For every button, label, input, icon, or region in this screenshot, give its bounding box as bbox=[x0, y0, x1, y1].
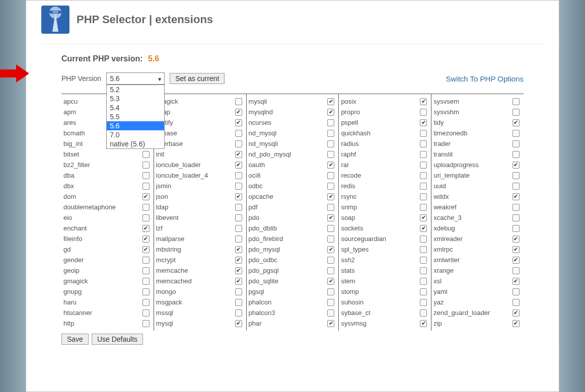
extension-checkbox[interactable] bbox=[513, 119, 520, 126]
extension-checkbox[interactable] bbox=[327, 267, 334, 274]
extension-checkbox[interactable] bbox=[235, 172, 242, 179]
php-version-option[interactable]: 5.2 bbox=[107, 85, 164, 94]
extension-checkbox[interactable] bbox=[327, 109, 334, 116]
extension-checkbox[interactable] bbox=[235, 204, 242, 211]
extension-checkbox[interactable] bbox=[142, 320, 150, 327]
extension-checkbox[interactable] bbox=[420, 225, 427, 232]
extension-checkbox[interactable] bbox=[327, 151, 334, 158]
extension-checkbox[interactable] bbox=[235, 183, 242, 190]
extension-checkbox[interactable] bbox=[235, 299, 242, 306]
extension-checkbox[interactable] bbox=[327, 278, 334, 285]
extension-checkbox[interactable] bbox=[513, 204, 520, 211]
php-version-dropdown[interactable]: 5.25.35.45.55.67.0native (5.6) bbox=[106, 85, 165, 149]
extension-checkbox[interactable] bbox=[235, 130, 242, 137]
extension-checkbox[interactable] bbox=[142, 257, 150, 264]
extension-checkbox[interactable] bbox=[235, 193, 242, 200]
extension-checkbox[interactable] bbox=[327, 162, 334, 169]
extension-checkbox[interactable] bbox=[420, 299, 427, 306]
extension-checkbox[interactable] bbox=[235, 109, 242, 116]
extension-checkbox[interactable] bbox=[142, 267, 150, 274]
extension-checkbox[interactable] bbox=[513, 98, 520, 105]
extension-checkbox[interactable] bbox=[513, 183, 520, 190]
extension-checkbox[interactable] bbox=[142, 183, 150, 190]
extension-checkbox[interactable] bbox=[513, 257, 520, 264]
switch-to-php-options-link[interactable]: Switch To PHP Options bbox=[446, 74, 524, 83]
extension-checkbox[interactable] bbox=[513, 309, 520, 317]
extension-checkbox[interactable] bbox=[235, 151, 242, 158]
extension-checkbox[interactable] bbox=[513, 193, 520, 200]
extension-checkbox[interactable] bbox=[420, 204, 427, 211]
extension-checkbox[interactable] bbox=[327, 288, 334, 295]
extension-checkbox[interactable] bbox=[327, 214, 334, 221]
extension-checkbox[interactable] bbox=[235, 267, 242, 274]
extension-checkbox[interactable] bbox=[420, 98, 427, 105]
extension-checkbox[interactable] bbox=[513, 320, 520, 327]
extension-checkbox[interactable] bbox=[327, 309, 334, 317]
extension-checkbox[interactable] bbox=[235, 225, 242, 232]
extension-checkbox[interactable] bbox=[513, 267, 520, 274]
extension-checkbox[interactable] bbox=[513, 225, 520, 232]
extension-checkbox[interactable] bbox=[327, 183, 334, 190]
extension-checkbox[interactable] bbox=[513, 172, 520, 179]
extension-checkbox[interactable] bbox=[327, 320, 334, 327]
extension-checkbox[interactable] bbox=[420, 172, 427, 179]
extension-checkbox[interactable] bbox=[513, 214, 520, 221]
extension-checkbox[interactable] bbox=[235, 257, 242, 264]
php-version-selected[interactable]: 5.6 bbox=[106, 72, 165, 85]
extension-checkbox[interactable] bbox=[420, 109, 427, 116]
extension-checkbox[interactable] bbox=[235, 214, 242, 221]
extension-checkbox[interactable] bbox=[142, 288, 150, 295]
php-version-option[interactable]: 7.0 bbox=[107, 130, 164, 139]
extension-checkbox[interactable] bbox=[235, 162, 242, 169]
extension-checkbox[interactable] bbox=[142, 225, 150, 232]
extension-checkbox[interactable] bbox=[142, 278, 150, 285]
extension-checkbox[interactable] bbox=[327, 193, 334, 200]
extension-checkbox[interactable] bbox=[142, 236, 150, 243]
set-as-current-button[interactable]: Set as current bbox=[170, 73, 225, 84]
extension-checkbox[interactable] bbox=[235, 246, 242, 253]
extension-checkbox[interactable] bbox=[235, 140, 242, 147]
extension-checkbox[interactable] bbox=[327, 257, 334, 264]
extension-checkbox[interactable] bbox=[327, 236, 334, 243]
save-button[interactable]: Save bbox=[61, 334, 89, 345]
extension-checkbox[interactable] bbox=[327, 119, 334, 126]
extension-checkbox[interactable] bbox=[420, 162, 427, 169]
extension-checkbox[interactable] bbox=[235, 98, 242, 105]
extension-checkbox[interactable] bbox=[420, 193, 427, 200]
extension-checkbox[interactable] bbox=[513, 278, 520, 285]
extension-checkbox[interactable] bbox=[142, 151, 150, 158]
extension-checkbox[interactable] bbox=[513, 140, 520, 147]
extension-checkbox[interactable] bbox=[327, 299, 334, 306]
extension-checkbox[interactable] bbox=[142, 299, 150, 306]
extension-checkbox[interactable] bbox=[142, 246, 150, 253]
extension-checkbox[interactable] bbox=[420, 288, 427, 295]
extension-checkbox[interactable] bbox=[235, 278, 242, 285]
extension-checkbox[interactable] bbox=[420, 309, 427, 317]
extension-checkbox[interactable] bbox=[142, 309, 150, 317]
php-version-option[interactable]: native (5.6) bbox=[107, 139, 164, 148]
extension-checkbox[interactable] bbox=[513, 246, 520, 253]
extension-checkbox[interactable] bbox=[513, 236, 520, 243]
extension-checkbox[interactable] bbox=[327, 98, 334, 105]
php-version-select[interactable]: 5.6 5.25.35.45.55.67.0native (5.6) bbox=[106, 72, 165, 85]
extension-checkbox[interactable] bbox=[235, 320, 242, 327]
extension-checkbox[interactable] bbox=[420, 151, 427, 158]
extension-checkbox[interactable] bbox=[420, 214, 427, 221]
extension-checkbox[interactable] bbox=[142, 172, 150, 179]
extension-checkbox[interactable] bbox=[327, 246, 334, 253]
php-version-option[interactable]: 5.4 bbox=[107, 103, 164, 112]
extension-checkbox[interactable] bbox=[513, 130, 520, 137]
php-version-option[interactable]: 5.5 bbox=[107, 112, 164, 121]
extension-checkbox[interactable] bbox=[420, 257, 427, 264]
extension-checkbox[interactable] bbox=[142, 214, 150, 221]
php-version-option[interactable]: 5.3 bbox=[107, 94, 164, 103]
extension-checkbox[interactable] bbox=[142, 193, 150, 200]
extension-checkbox[interactable] bbox=[235, 309, 242, 317]
extension-checkbox[interactable] bbox=[420, 236, 427, 243]
use-defaults-button[interactable]: Use Defaults bbox=[92, 334, 143, 345]
extension-checkbox[interactable] bbox=[327, 140, 334, 147]
extension-checkbox[interactable] bbox=[142, 204, 150, 211]
extension-checkbox[interactable] bbox=[327, 204, 334, 211]
extension-checkbox[interactable] bbox=[513, 109, 520, 116]
extension-checkbox[interactable] bbox=[420, 183, 427, 190]
